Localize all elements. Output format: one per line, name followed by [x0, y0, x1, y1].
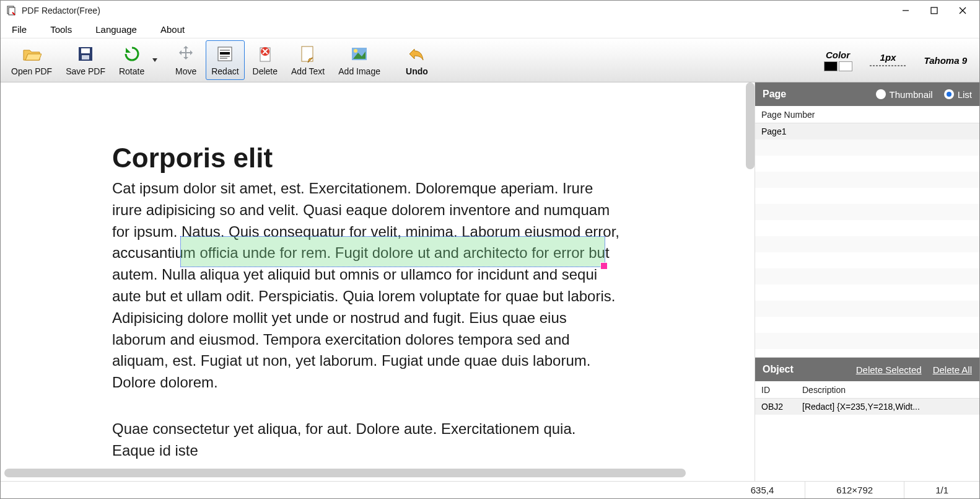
- save-pdf-button[interactable]: Save PDF: [60, 40, 111, 80]
- page-panel-header: Page Thumbnail List: [755, 82, 979, 106]
- close-button[interactable]: [948, 1, 977, 20]
- undo-label: Undo: [406, 66, 428, 76]
- pdf-page: Corporis elit Cat ipsum dolor sit amet, …: [1, 82, 732, 481]
- doc-paragraph-2: Quae consectetur yet aliqua, for aut. Do…: [112, 418, 620, 462]
- add-image-label: Add Image: [338, 66, 380, 76]
- add-text-icon: [298, 44, 318, 64]
- menu-bar: File Tools Language About: [1, 20, 979, 38]
- menu-about[interactable]: About: [158, 23, 187, 36]
- vertical-scrollbar[interactable]: [746, 82, 755, 169]
- undo-icon: [407, 44, 427, 64]
- delete-all-link[interactable]: Delete All: [933, 364, 972, 375]
- doc-heading: Corporis elit: [112, 144, 620, 172]
- add-text-label: Add Text: [291, 66, 325, 76]
- minimize-button[interactable]: [891, 1, 920, 20]
- menu-file[interactable]: File: [9, 23, 29, 36]
- object-id-column: ID: [761, 385, 802, 395]
- svg-rect-11: [220, 52, 230, 55]
- move-button[interactable]: Move: [168, 40, 203, 80]
- rotate-label: Rotate: [119, 66, 144, 76]
- undo-button[interactable]: Undo: [400, 40, 434, 80]
- object-list[interactable]: OBJ2 [Redact] {X=235,Y=218,Widt...: [755, 399, 979, 481]
- status-coordinates: 635,4: [720, 482, 805, 498]
- doc-paragraph-1: Cat ipsum dolor sit amet, est. Exercitat…: [112, 178, 620, 394]
- delete-button[interactable]: Delete: [247, 40, 283, 80]
- maximize-button[interactable]: [920, 1, 948, 20]
- open-pdf-button[interactable]: Open PDF: [6, 40, 58, 80]
- status-bar: 635,4 612×792 1/1: [1, 481, 979, 498]
- line-width-picker[interactable]: 1px: [870, 52, 907, 69]
- font-label: Tahoma 9: [924, 55, 967, 66]
- redact-icon: [215, 44, 235, 64]
- font-picker[interactable]: Tahoma 9: [924, 55, 967, 66]
- menu-language[interactable]: Language: [93, 23, 139, 36]
- page-number-column: Page Number: [761, 110, 815, 120]
- add-text-button[interactable]: Add Text: [286, 40, 330, 80]
- line-width-label: 1px: [880, 52, 896, 63]
- svg-rect-8: [82, 55, 89, 60]
- page-list-item[interactable]: Page1: [755, 123, 979, 139]
- save-pdf-label: Save PDF: [66, 66, 105, 76]
- add-image-icon: [349, 44, 369, 64]
- object-panel-header: Object Delete Selected Delete All: [755, 358, 979, 381]
- toolbar: Open PDF Save PDF Rotate Move Redact Del…: [1, 38, 979, 82]
- delete-icon: [255, 44, 275, 64]
- page-list[interactable]: Page1: [755, 123, 979, 357]
- add-image-button[interactable]: Add Image: [333, 40, 386, 80]
- status-page-count: 1/1: [904, 482, 979, 498]
- side-panel: Page Thumbnail List Page Number Page1 Ob…: [755, 82, 979, 481]
- title-bar: PDF Redactor(Free): [1, 1, 979, 20]
- rotate-icon: [122, 44, 142, 64]
- menu-tools[interactable]: Tools: [48, 23, 74, 36]
- move-icon: [176, 44, 196, 64]
- folder-open-icon: [22, 44, 42, 64]
- svg-point-21: [354, 49, 357, 53]
- background-swatch[interactable]: [839, 61, 852, 71]
- object-desc-column: Description: [802, 385, 846, 395]
- page-panel-title: Page: [763, 89, 786, 100]
- foreground-swatch[interactable]: [824, 61, 838, 71]
- horizontal-scrollbar[interactable]: [4, 469, 686, 477]
- redact-button[interactable]: Redact: [206, 40, 244, 80]
- svg-rect-3: [931, 7, 937, 14]
- page-list-header: Page Number: [755, 106, 979, 123]
- rotate-button[interactable]: Rotate: [113, 40, 150, 80]
- workspace: Corporis elit Cat ipsum dolor sit amet, …: [1, 82, 979, 481]
- delete-selected-link[interactable]: Delete Selected: [856, 364, 922, 375]
- open-pdf-label: Open PDF: [11, 66, 52, 76]
- status-dimensions: 612×792: [805, 482, 904, 498]
- redaction-selection[interactable]: [180, 236, 605, 267]
- rotate-dropdown[interactable]: [150, 40, 160, 80]
- object-panel-title: Object: [763, 364, 794, 375]
- object-list-item[interactable]: OBJ2 [Redact] {X=235,Y=218,Widt...: [755, 399, 979, 415]
- color-label: Color: [826, 50, 850, 60]
- view-list-radio[interactable]: List: [944, 89, 972, 100]
- view-thumbnail-radio[interactable]: Thumbnail: [876, 89, 933, 100]
- svg-rect-7: [81, 48, 90, 53]
- delete-label: Delete: [253, 66, 278, 76]
- app-icon: [7, 6, 17, 15]
- save-icon: [76, 44, 95, 64]
- document-canvas[interactable]: Corporis elit Cat ipsum dolor sit amet, …: [1, 82, 755, 481]
- move-label: Move: [175, 66, 196, 76]
- redact-label: Redact: [211, 66, 238, 76]
- object-list-header: ID Description: [755, 381, 979, 399]
- app-title: PDF Redactor(Free): [22, 6, 100, 15]
- color-picker[interactable]: Color: [824, 50, 852, 71]
